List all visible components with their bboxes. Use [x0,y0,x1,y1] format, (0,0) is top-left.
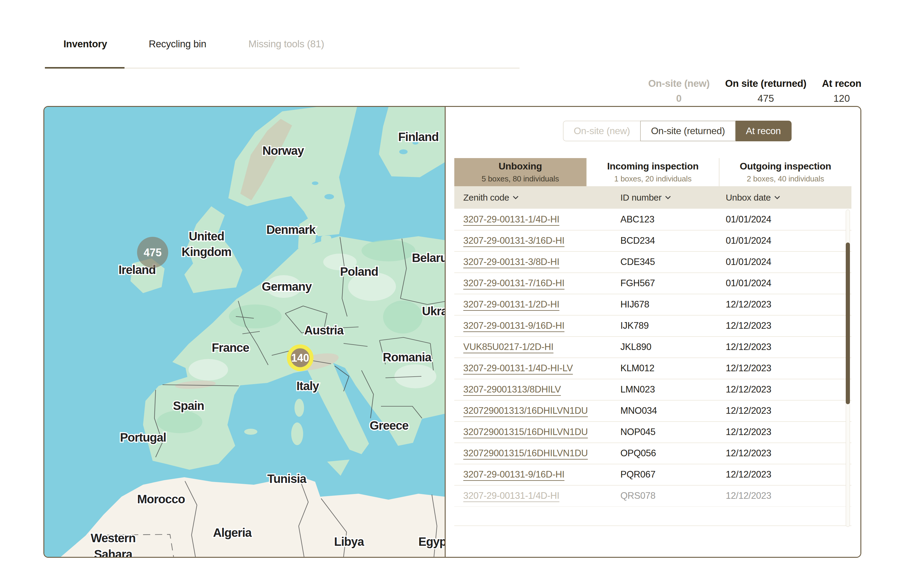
id-number-cell: ABC123 [621,214,654,225]
inspection-tab-incoming-inspection[interactable]: Incoming inspection1 boxes, 20 individua… [586,158,719,186]
table-row[interactable]: 3207-29-00131-9/16D-HIPQR06712/12/2023 [454,464,851,486]
tab-inventory[interactable]: Inventory [64,38,107,50]
unbox-date-cell: 12/12/2023 [726,384,771,395]
stat-on-site-returned: On site (returned)475 [725,78,806,104]
chevron-down-icon [513,195,519,199]
zenith-code-link[interactable]: VUK85U0217-1/2D-HI [463,342,553,352]
cluster-count: 475 [144,246,162,259]
map-label-western: Western [90,531,136,545]
unbox-date-cell: 12/12/2023 [726,342,771,352]
zenith-code-link[interactable]: 3207-29-00131-1/4D-HI [463,214,559,225]
map-label-france: France [211,341,249,354]
stat-at-recon: At recon120 [822,78,861,104]
unbox-date-cell: 12/12/2023 [726,448,771,459]
cluster-marker-140[interactable]: 140 [289,346,311,369]
inspection-tabs: Unboxing5 boxes, 80 individualsIncoming … [454,158,851,186]
chevron-down-icon [774,195,780,199]
column-header-label: Unbox date [726,192,771,203]
id-number-cell: NOP045 [621,427,656,437]
unbox-date-cell: 12/12/2023 [726,320,771,331]
stat-value: 475 [757,93,774,104]
zenith-code-link[interactable]: 320729001313/16DHILVN1DU [463,405,588,416]
id-number-cell: PQR067 [621,469,656,480]
filter-on-site-new[interactable]: On-site (new) [563,121,640,141]
chevron-down-icon [665,195,671,199]
zenith-code-link[interactable]: 3207-29-00131-1/4D-HI-LV [463,363,573,373]
map-label-kingdom: Kingdom [182,245,231,258]
map-label-algeria: Algeria [213,526,252,539]
unbox-date-cell: 01/01/2024 [726,214,771,225]
map-label-sahara: Sahara [94,548,133,557]
id-number-cell: MNO034 [621,405,657,416]
id-number-cell: IJK789 [621,320,649,331]
zenith-code-link[interactable]: 3207-29-00131-3/8D-HI [463,257,559,267]
inspection-tab-sublabel: 1 boxes, 20 individuals [614,174,691,184]
inspection-tab-sublabel: 5 boxes, 80 individuals [481,174,559,184]
map-label-portugal: Portugal [120,431,166,444]
table-row[interactable]: 320729001313/16DHILVN1DUMNO03412/12/2023 [454,400,851,422]
zenith-code-link[interactable]: 320729001315/16DHILVN1DU [463,448,588,459]
table-row[interactable]: 3207-29-00131-1/4D-HIQRS07812/12/2023 [454,485,851,507]
inspection-tab-unboxing[interactable]: Unboxing5 boxes, 80 individuals [454,158,586,186]
table-row[interactable]: 3207-29001313/8DHILVLMN02312/12/2023 [454,379,851,400]
map-label-denmark: Denmark [266,223,316,236]
map[interactable]: FinlandNorwayDenmarkUnitedKingdomIreland… [44,107,445,557]
table-row[interactable]: VUK85U0217-1/2D-HIJKL89012/12/2023 [454,336,851,358]
tab-missing-tools-81[interactable]: Missing tools (81) [248,38,324,50]
map-label-norway: Norway [262,144,304,157]
cluster-count: 140 [291,352,309,364]
table-row[interactable]: 320729001315/16DHILVN1DUOPQ05612/12/2023 [454,442,851,464]
stat-value: 0 [676,93,681,104]
filter-at-recon[interactable]: At recon [736,121,792,141]
zenith-code-link[interactable]: 3207-29-00131-1/2D-HI [463,299,559,310]
column-header-unbox-date[interactable]: Unbox date [726,186,780,209]
unbox-date-cell: 01/01/2024 [726,278,771,289]
list-pane: On-site (new)On-site (returned)At recon … [446,107,861,557]
zenith-code-link[interactable]: 3207-29-00131-1/4D-HI [463,490,559,501]
table-row[interactable]: 3207-29-00131-1/4D-HI-LVKLM01212/12/2023 [454,358,851,379]
map-label-poland: Poland [340,265,378,278]
table-row[interactable]: 3207-29-00131-9/16D-HIIJK78912/12/2023 [454,315,851,337]
map-label-egypt: Egypt [418,535,445,548]
active-tab-underline [45,67,124,68]
filter-on-site-returned[interactable]: On-site (returned) [640,121,736,141]
id-number-cell: CDE345 [621,257,655,267]
map-label-germany: Germany [262,280,312,293]
zenith-code-link[interactable]: 3207-29001313/8DHILV [463,384,561,395]
id-number-cell: HIJ678 [621,299,649,310]
zenith-code-link[interactable]: 3207-29-00131-3/16D-HI [463,235,564,246]
table-row[interactable]: 3207-29-00131-1/2D-HIHIJ67812/12/2023 [454,294,851,316]
inspection-tab-sublabel: 2 boxes, 40 individuals [747,174,824,184]
page: InventoryRecycling binMissing tools (81)… [0,0,905,588]
table-row[interactable]: 3207-29-00131-3/16D-HIBCD23401/01/2024 [454,230,851,252]
scrollbar-thumb[interactable] [846,243,850,404]
zenith-code-link[interactable]: 3207-29-00131-9/16D-HI [463,320,564,331]
map-label-tunisia: Tunisia [267,472,307,485]
id-number-cell: KLM012 [621,363,654,373]
unbox-date-cell: 12/12/2023 [726,405,771,416]
table-row[interactable]: 3207-29-00131-1/4D-HIABC12301/01/2024 [454,209,851,230]
id-number-cell: FGH567 [621,278,655,289]
map-label-libya: Libya [334,535,364,548]
map-label-greece: Greece [370,419,408,432]
cluster-marker-475[interactable]: 475 [137,237,168,268]
europe-map: FinlandNorwayDenmarkUnitedKingdomIreland… [44,107,445,557]
zenith-code-link[interactable]: 3207-29-00131-7/16D-HI [463,278,564,289]
map-label-austria: Austria [304,324,344,337]
map-label-united: United [189,230,224,243]
table-row[interactable]: 3207-29-00131-3/8D-HICDE34501/01/2024 [454,251,851,273]
column-header-id-number[interactable]: ID number [621,186,671,209]
inspection-tab-label: Unboxing [499,161,542,172]
table-row[interactable]: 320729001315/16DHILVN1DUNOP04512/12/2023 [454,421,851,443]
status-filter: On-site (new)On-site (returned)At recon [563,121,792,141]
tab-recycling-bin[interactable]: Recycling bin [149,38,206,50]
map-label-belarus: Belarus [412,251,445,264]
table-row[interactable]: 3207-29-00131-7/16D-HIFGH56701/01/2024 [454,272,851,294]
zenith-code-link[interactable]: 3207-29-00131-9/16D-HI [463,469,564,480]
zenith-code-link[interactable]: 320729001315/16DHILVN1DU [463,427,588,437]
column-header-zenith-code[interactable]: Zenith code [463,186,519,209]
inspection-tab-outgoing-inspection[interactable]: Outgoing inspection2 boxes, 40 individua… [719,158,851,186]
unbox-date-cell: 12/12/2023 [726,490,771,501]
map-label-morocco: Morocco [137,493,185,506]
stat-label: On site (returned) [725,78,806,89]
